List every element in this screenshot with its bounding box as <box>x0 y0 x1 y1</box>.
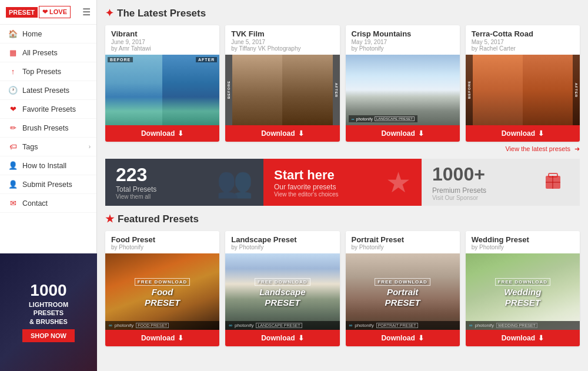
logo[interactable]: PRESET ❤ LOVE <box>6 6 71 18</box>
sidebar-item-how-to-install[interactable]: 👤 How to Install <box>0 156 96 175</box>
grid-icon: ▦ <box>8 48 18 57</box>
preset-image-tvk: BEFORE AFTER <box>225 55 339 125</box>
download-button-crisp[interactable]: Download ⬇ <box>346 125 460 142</box>
preset-card-vibrant-header: Vibrant June 9, 2017 by Amr Tahtawi <box>105 25 219 55</box>
sidebar-item-favorite-presets[interactable]: ❤ Favorite Presets <box>0 100 96 119</box>
preset-card-terra: Terra-Cotta Road May 5, 2017 by Rachel C… <box>466 25 580 142</box>
preset-title: TVK Film <box>231 29 333 38</box>
featured-title-text: Featured Presets <box>118 213 199 225</box>
preset-card-portrait: Portrait Preset by Photonify FREE DOWNLO… <box>346 231 460 346</box>
preset-title: Landscape Preset <box>231 235 333 244</box>
preset-author: by Photonify <box>111 244 213 250</box>
stat-premium-label: Premium Presets <box>432 186 486 195</box>
stat-total-label: Total Presets <box>116 185 156 193</box>
stat-total: 223 Total Presets View them all 👥 <box>105 159 263 206</box>
before-label-terra: BEFORE <box>467 81 471 99</box>
main-content: ✦ The Latest Presets Vibrant June 9, 201… <box>97 0 588 371</box>
preset-image-terra: BEFORE AFTER <box>466 55 580 125</box>
after-label: AFTER <box>196 57 217 62</box>
sidebar-item-submit-presets-label: Submit Presets <box>22 181 72 189</box>
download-button-landscape[interactable]: Download ⬇ <box>225 330 339 346</box>
preset-card-landscape-header: Landscape Preset by Photonify <box>225 231 339 253</box>
preset-title: Food Preset <box>111 235 213 244</box>
sidebar-item-top-presets[interactable]: ↑ Top Presets <box>0 62 96 81</box>
sidebar-item-latest-presets-label: Latest Presets <box>22 86 69 95</box>
preset-author: by Amr Tahtawi <box>111 45 213 52</box>
preset-card-wedding-header: Wedding Preset by Photonify <box>466 231 580 253</box>
clock-icon: 🕐 <box>8 86 18 95</box>
tag-icon: 🏷 <box>8 142 18 151</box>
circle-arrow-icon: ➜ <box>574 145 580 152</box>
preset-title: Wedding Preset <box>472 235 574 244</box>
sidebar-item-submit-presets[interactable]: 👤 Submit Presets <box>0 175 96 194</box>
stat-start[interactable]: Start here Our favorite presets View the… <box>263 159 422 206</box>
preset-card-crisp: Crisp Mountains May 19, 2017 by Photonif… <box>346 25 460 142</box>
mail-icon: ✉ <box>8 199 18 208</box>
food-photonify-bar: ∞ photonify FOOD PRESET <box>105 321 219 330</box>
download-button-portrait[interactable]: Download ⬇ <box>346 330 460 346</box>
download-button-wedding[interactable]: Download ⬇ <box>466 330 580 346</box>
wedding-photonify-bar: ∞ photonify WEDDING PRESET <box>466 321 580 330</box>
latest-presets-grid: Vibrant June 9, 2017 by Amr Tahtawi BEFO… <box>105 25 580 142</box>
home-icon: 🏠 <box>8 29 18 38</box>
ad-description: LIGHTROOMPRESETS& BRUSHES <box>22 300 75 326</box>
preset-card-food: Food Preset by Photonify FREE DOWNLOAD F… <box>105 231 219 346</box>
download-icon: ⬇ <box>298 129 304 138</box>
preset-date: June 5, 2017 <box>231 39 333 45</box>
latest-section-title: ✦ The Latest Presets <box>105 7 580 19</box>
sidebar-item-favorite-presets-label: Favorite Presets <box>22 105 76 113</box>
sidebar-item-tags[interactable]: 🏷 Tags › <box>0 138 96 156</box>
featured-section-title: ★ Featured Presets <box>105 213 580 225</box>
preset-card-terra-header: Terra-Cotta Road May 5, 2017 by Rachel C… <box>466 25 580 55</box>
preset-author: by Tiffany VK Photography <box>231 45 333 52</box>
download-button-tvk[interactable]: Download ⬇ <box>225 125 339 142</box>
landscape-photonify-bar: ∞ photonify LANDSCAPE PRESET <box>225 321 339 330</box>
sidebar-ad[interactable]: 1000 LIGHTROOMPRESETS& BRUSHES SHOP NOW <box>0 253 97 371</box>
before-label: BEFORE <box>108 57 133 62</box>
preset-title: Vibrant <box>111 29 213 38</box>
download-button-terra[interactable]: Download ⬇ <box>466 125 580 142</box>
stat-premium: 1000+ Premium Presets Visit Our Sponsor <box>422 159 580 206</box>
preset-image-vibrant: BEFORE AFTER <box>105 55 219 125</box>
preset-date: June 9, 2017 <box>111 39 213 45</box>
sidebar-item-home[interactable]: 🏠 Home <box>0 25 96 44</box>
download-button-vibrant[interactable]: Download ⬇ <box>105 125 219 142</box>
preset-image-landscape: FREE DOWNLOAD Landscape PRESET ∞ photoni… <box>225 253 339 330</box>
sidebar-item-all-presets[interactable]: ▦ All Presets <box>0 44 96 62</box>
stat-start-title: Start here <box>274 168 339 183</box>
featured-presets-grid: Food Preset by Photonify FREE DOWNLOAD F… <box>105 231 580 346</box>
sidebar-item-contact-label: Contact <box>22 199 48 208</box>
hamburger-icon[interactable]: ☰ <box>82 6 91 18</box>
preset-card-tvk-header: TVK Film June 5, 2017 by Tiffany VK Phot… <box>225 25 339 55</box>
preset-date: May 19, 2017 <box>352 39 454 45</box>
sidebar-header: PRESET ❤ LOVE ☰ <box>0 0 96 25</box>
person-icon: 👤 <box>8 161 18 170</box>
sidebar-item-brush-presets[interactable]: ✏ Brush Presets <box>0 119 96 138</box>
sidebar-nav: 🏠 Home ▦ All Presets ↑ Top Presets 🕐 Lat… <box>0 25 96 213</box>
stat-start-link[interactable]: View the editor's choices <box>274 191 339 198</box>
download-icon: ⬇ <box>418 129 424 138</box>
preset-card-portrait-header: Portrait Preset by Photonify <box>346 231 460 253</box>
preset-card-crisp-header: Crisp Mountains May 19, 2017 by Photonif… <box>346 25 460 55</box>
download-button-food[interactable]: Download ⬇ <box>105 330 219 346</box>
sidebar-item-brush-presets-label: Brush Presets <box>22 124 69 132</box>
preset-author: by Photonify <box>231 244 333 250</box>
chevron-right-icon: › <box>89 143 91 150</box>
shop-now-button[interactable]: SHOP NOW <box>22 329 75 342</box>
download-icon: ⬇ <box>538 334 544 342</box>
sidebar-item-all-presets-label: All Presets <box>22 49 58 57</box>
stat-premium-link[interactable]: Visit Our Sponsor <box>432 195 486 201</box>
preset-card-tvk: TVK Film June 5, 2017 by Tiffany VK Phot… <box>225 25 339 142</box>
sidebar-item-latest-presets[interactable]: 🕐 Latest Presets <box>0 81 96 100</box>
sidebar-item-contact[interactable]: ✉ Contact <box>0 194 96 213</box>
sidebar-item-home-label: Home <box>22 30 42 38</box>
preset-image-food: FREE DOWNLOAD Food PRESET ∞ photonify FO… <box>105 253 219 330</box>
stat-total-link[interactable]: View them all <box>116 193 156 200</box>
star-icon: ✦ <box>105 7 113 19</box>
stat-start-desc: Our favorite presets <box>274 183 339 191</box>
view-latest-link[interactable]: View the latest presets ➜ <box>105 145 580 153</box>
sidebar-item-how-to-install-label: How to Install <box>22 162 66 170</box>
food-overlay-text: FREE DOWNLOAD Food PRESET <box>135 275 191 309</box>
up-icon: ↑ <box>8 67 18 76</box>
wedding-overlay-text: FREE DOWNLOAD Wedding PRESET <box>495 275 551 309</box>
